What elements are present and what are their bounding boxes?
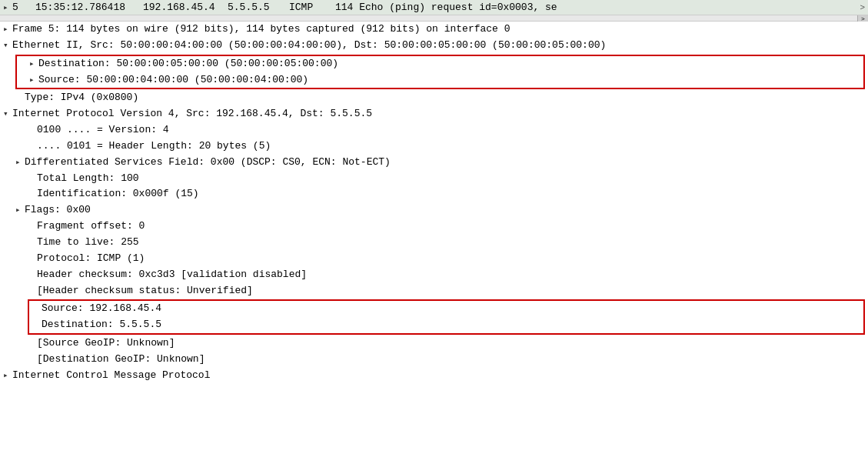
- ip-header-row[interactable]: Internet Protocol Version 4, Src: 192.16…: [0, 106, 868, 122]
- ethernet-header-row[interactable]: Ethernet II, Src: 50:00:00:04:00:00 (50:…: [0, 38, 868, 54]
- col-proto: ICMP: [289, 2, 335, 13]
- ip-checksum-row[interactable]: Header checksum: 0xc3d3 [validation disa…: [0, 267, 868, 283]
- ethernet-destination-label: Destination: 50:00:00:05:00:00 (50:00:00…: [38, 57, 860, 72]
- col-src: 192.168.45.4: [143, 2, 228, 13]
- ethernet-source-label: Source: 50:00:00:04:00:00 (50:00:00:04:0…: [38, 73, 860, 88]
- ip-ttl-row[interactable]: Time to live: 255: [0, 235, 868, 251]
- ethernet-source-row[interactable]: Source: 50:00:00:04:00:00 (50:00:00:04:0…: [17, 72, 863, 88]
- ethernet-label: Ethernet II, Src: 50:00:00:04:00:00 (50:…: [12, 38, 865, 53]
- icmp-expand-arrow[interactable]: [3, 370, 12, 382]
- ip-expand-arrow[interactable]: [3, 108, 12, 121]
- ip-header-length-row[interactable]: .... 0101 = Header Length: 20 bytes (5): [0, 139, 868, 155]
- frame-expand-arrow[interactable]: [3, 24, 12, 36]
- icmp-section-row[interactable]: Internet Control Message Protocol: [0, 368, 868, 384]
- icmp-label: Internet Control Message Protocol: [12, 369, 865, 383]
- ethernet-destination-row[interactable]: Destination: 50:00:00:05:00:00 (50:00:00…: [17, 56, 863, 72]
- col-time: 15:35:12.786418: [35, 2, 143, 13]
- ip-total-length-label: Total Length: 100: [37, 172, 865, 186]
- ip-total-length-row[interactable]: Total Length: 100: [0, 171, 868, 187]
- horizontal-scrollbar[interactable]: >: [0, 15, 868, 22]
- ip-src-geoip-label: [Source GeoIP: Unknown]: [37, 336, 865, 351]
- eth-dest-expand[interactable]: [29, 58, 38, 71]
- ip-flags-expand[interactable]: [15, 205, 25, 217]
- col-no: 5: [12, 2, 35, 13]
- ip-destination-label: Destination: 5.5.5.5: [42, 318, 860, 332]
- ip-dscp-label: Differentiated Services Field: 0x00 (DSC…: [25, 155, 865, 170]
- ip-ttl-label: Time to live: 255: [37, 235, 865, 250]
- ip-version-label: 0100 .... = Version: 4: [37, 123, 865, 138]
- packet-tree: Frame 5: 114 bytes on wire (912 bits), 1…: [0, 22, 868, 384]
- ip-dscp-expand[interactable]: [15, 157, 25, 169]
- ip-source-row[interactable]: Source: 192.168.45.4: [29, 301, 863, 317]
- packet-expand-arrow[interactable]: [3, 2, 12, 12]
- ip-identification-row[interactable]: Identification: 0x000f (15): [0, 186, 868, 202]
- ip-protocol-row[interactable]: Protocol: ICMP (1): [0, 251, 868, 267]
- ip-header-length-label: .... 0101 = Header Length: 20 bytes (5): [37, 139, 865, 154]
- ethernet-type-row[interactable]: Type: IPv4 (0x0800): [0, 90, 868, 106]
- ip-dscp-row[interactable]: Differentiated Services Field: 0x00 (DSC…: [0, 155, 868, 171]
- ip-protocol-label: Protocol: ICMP (1): [37, 252, 865, 266]
- ethernet-expand-arrow[interactable]: [3, 40, 12, 52]
- ip-identification-label: Identification: 0x000f (15): [37, 187, 865, 202]
- ip-dst-geoip-label: [Destination GeoIP: Unknown]: [37, 352, 865, 367]
- ip-section: Internet Protocol Version 4, Src: 192.16…: [0, 106, 868, 368]
- col-info: 114 Echo (ping) request id=0x0003, se: [335, 2, 860, 13]
- selected-packet-row[interactable]: 5 15:35:12.786418 192.168.45.4 5.5.5.5 I…: [0, 0, 868, 15]
- ethernet-section: Ethernet II, Src: 50:00:00:04:00:00 (50:…: [0, 38, 868, 106]
- ip-fragment-label: Fragment offset: 0: [37, 219, 865, 234]
- ethernet-highlight-box: Destination: 50:00:00:05:00:00 (50:00:00…: [15, 55, 865, 90]
- scroll-right-indicator: >: [860, 3, 865, 12]
- ip-checksum-label: Header checksum: 0xc3d3 [validation disa…: [37, 268, 865, 282]
- ip-src-geoip-row[interactable]: [Source GeoIP: Unknown]: [0, 335, 868, 352]
- frame-section-row[interactable]: Frame 5: 114 bytes on wire (912 bits), 1…: [0, 22, 868, 38]
- ip-flags-label: Flags: 0x00: [25, 203, 865, 218]
- ip-label: Internet Protocol Version 4, Src: 192.16…: [12, 107, 865, 122]
- scroll-right-button[interactable]: >: [857, 15, 868, 22]
- col-dst: 5.5.5.5: [228, 2, 289, 13]
- ip-checksum-status-row[interactable]: [Header checksum status: Unverified]: [0, 283, 868, 299]
- ip-fragment-row[interactable]: Fragment offset: 0: [0, 219, 868, 235]
- ip-source-label: Source: 192.168.45.4: [42, 302, 860, 316]
- ip-dst-geoip-row[interactable]: [Destination GeoIP: Unknown]: [0, 352, 868, 368]
- ip-checksum-status-label: [Header checksum status: Unverified]: [37, 284, 865, 299]
- frame-label: Frame 5: 114 bytes on wire (912 bits), 1…: [12, 22, 865, 37]
- ip-flags-row[interactable]: Flags: 0x00: [0, 202, 868, 219]
- ethernet-type-label: Type: IPv4 (0x0800): [25, 91, 865, 105]
- ip-version-row[interactable]: 0100 .... = Version: 4: [0, 122, 868, 139]
- ip-destination-row[interactable]: Destination: 5.5.5.5: [29, 317, 863, 333]
- ip-address-highlight-box: Source: 192.168.45.4 Destination: 5.5.5.…: [28, 299, 865, 335]
- eth-src-expand[interactable]: [29, 75, 38, 87]
- packet-detail-panel[interactable]: 5 15:35:12.786418 192.168.45.4 5.5.5.5 I…: [0, 0, 868, 454]
